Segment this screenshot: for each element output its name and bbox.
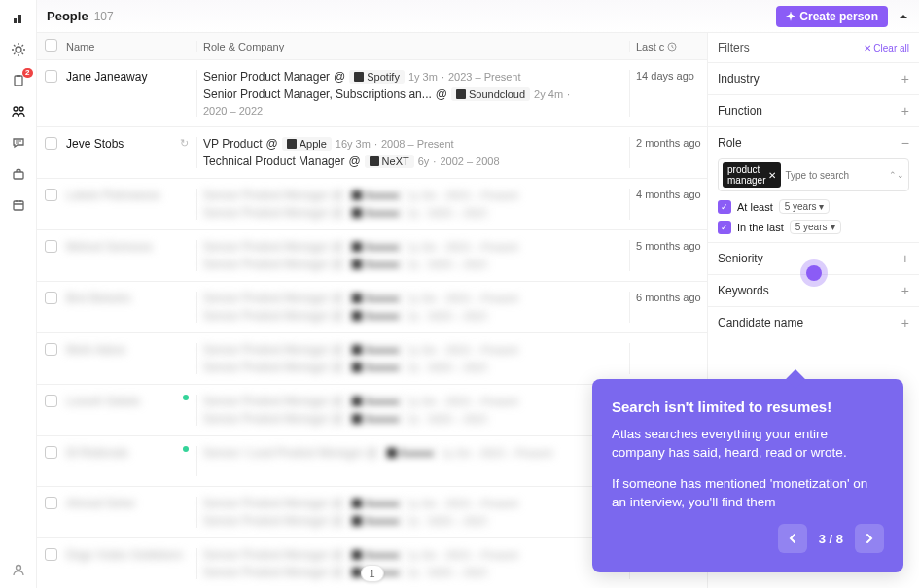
clipboard-icon[interactable]: 2 bbox=[10, 72, 27, 89]
at-symbol: @ bbox=[334, 70, 345, 84]
at-least-select[interactable]: 5 years ▾ bbox=[779, 199, 831, 214]
last-contact: 5 months ago bbox=[629, 240, 707, 271]
role-tag-text: product manager bbox=[727, 164, 765, 186]
at-least-value: 5 years bbox=[785, 201, 817, 212]
company-logo-icon bbox=[352, 414, 362, 424]
company-chip[interactable]: NeXT bbox=[365, 155, 414, 168]
chevron-updown-icon: ⌃⌄ bbox=[889, 170, 904, 180]
svg-point-2 bbox=[16, 47, 21, 52]
svg-rect-1 bbox=[18, 15, 21, 23]
company-chip[interactable]: Xxxxxx bbox=[347, 292, 404, 305]
remove-tag-icon[interactable]: ✕ bbox=[768, 170, 776, 181]
filter-industry[interactable]: Industry + bbox=[708, 62, 919, 94]
company-logo-icon bbox=[352, 345, 362, 355]
filter-function[interactable]: Function + bbox=[708, 94, 919, 126]
tour-beacon[interactable] bbox=[806, 265, 822, 281]
sun-icon[interactable] bbox=[10, 41, 27, 58]
collapse-icon[interactable] bbox=[898, 11, 909, 22]
filter-role-label: Role bbox=[718, 136, 742, 150]
col-header-last[interactable]: Last c bbox=[629, 41, 707, 52]
page-title: People bbox=[47, 9, 88, 23]
person-name: Lxbxlx Pixtnxwxxx bbox=[66, 189, 160, 202]
chat-icon[interactable] bbox=[10, 134, 27, 152]
person-name: Lxxxxh Sxbxlx bbox=[66, 395, 140, 408]
row-checkbox[interactable] bbox=[45, 343, 57, 356]
col-last-label: Last c bbox=[636, 41, 664, 52]
company-chip[interactable]: Xxxxxx bbox=[347, 514, 404, 528]
page-current[interactable]: 1 bbox=[360, 565, 383, 582]
status-dot-icon bbox=[183, 446, 189, 452]
company-chip[interactable]: Xxxxxx bbox=[382, 446, 439, 460]
in-last-select[interactable]: 5 years ▾ bbox=[790, 220, 841, 234]
table-row[interactable]: Mxhxxl Sxmxxxx Sxnxxr Prxdxxt Mxnxgxr @ … bbox=[37, 230, 707, 282]
table-row[interactable]: Jane Janeaway Senior Product Manager @ S… bbox=[37, 60, 707, 127]
company-chip[interactable]: Xxxxxx bbox=[347, 548, 404, 562]
company-logo-icon bbox=[352, 259, 362, 269]
row-checkbox[interactable] bbox=[45, 292, 57, 304]
clear-all-label: Clear all bbox=[873, 43, 909, 53]
at-least-option: ✓ At least 5 years ▾ bbox=[718, 199, 909, 214]
company-chip[interactable]: Xxxxxx bbox=[347, 189, 404, 202]
person-name: Mxhxxl Sxmxxxx bbox=[66, 240, 153, 254]
pagination: 1 bbox=[360, 565, 383, 582]
checkbox-checked-icon[interactable]: ✓ bbox=[718, 200, 731, 214]
briefcase-icon[interactable] bbox=[10, 165, 27, 183]
company-logo-icon bbox=[352, 363, 362, 372]
position-tenure: 1y 3m bbox=[408, 71, 438, 83]
company-chip[interactable]: Spotify bbox=[349, 70, 405, 84]
company-chip[interactable]: Xxxxxx bbox=[347, 361, 404, 374]
row-checkbox[interactable] bbox=[45, 240, 57, 253]
tour-next-button[interactable] bbox=[855, 524, 884, 553]
svg-rect-3 bbox=[15, 76, 22, 86]
row-checkbox[interactable] bbox=[45, 548, 57, 561]
chevron-down-icon: ▾ bbox=[831, 222, 835, 232]
company-chip[interactable]: Xxxxxx bbox=[347, 343, 404, 357]
table-row[interactable]: Jeve Stobs↻ VP Product @ Apple 16y 3m · … bbox=[37, 127, 707, 179]
svg-point-5 bbox=[14, 107, 18, 111]
company-chip[interactable]: Xxxxxx bbox=[347, 395, 404, 408]
company-chip[interactable]: Xxxxxx bbox=[347, 497, 404, 510]
company-logo-icon bbox=[352, 499, 362, 508]
dot-separator: · bbox=[442, 71, 444, 83]
clear-all-button[interactable]: ✕ Clear all bbox=[864, 43, 909, 53]
company-chip[interactable]: Xxxxxx bbox=[347, 240, 404, 254]
col-header-name[interactable]: Name bbox=[60, 41, 196, 52]
nav-sidebar: 2 bbox=[0, 0, 37, 588]
people-icon[interactable] bbox=[10, 103, 27, 121]
row-checkbox[interactable] bbox=[45, 497, 57, 509]
row-checkbox[interactable] bbox=[45, 70, 57, 83]
role-tag-input[interactable]: product manager ✕ ⌃⌄ bbox=[718, 158, 909, 191]
checkbox-checked-icon[interactable]: ✓ bbox=[718, 221, 731, 234]
position-line: VP Product @ Apple 16y 3m · 2008 – Prese… bbox=[203, 137, 629, 151]
row-checkbox[interactable] bbox=[45, 395, 57, 407]
row-checkbox[interactable] bbox=[45, 189, 57, 201]
row-checkbox[interactable] bbox=[45, 446, 57, 459]
position-line: Technical Product Manager @ NeXT 6y · 20… bbox=[203, 155, 629, 168]
row-checkbox[interactable] bbox=[45, 137, 57, 150]
company-logo-icon bbox=[352, 208, 362, 218]
filter-role-header[interactable]: Role − bbox=[718, 135, 909, 151]
company-chip[interactable]: Soundcloud bbox=[451, 87, 530, 101]
select-all-checkbox[interactable] bbox=[45, 39, 57, 52]
company-logo-icon bbox=[352, 242, 362, 252]
position-tenure: 6y bbox=[418, 156, 430, 167]
refresh-icon[interactable]: ↻ bbox=[180, 137, 189, 150]
filter-candidate-name[interactable]: Candidate name + bbox=[708, 306, 919, 338]
company-chip[interactable]: Xxxxxx bbox=[347, 309, 404, 323]
table-row[interactable]: Lxbxlx Pixtnxwxxx Sxnxxr Prxdxxt Mxnxgxr… bbox=[37, 179, 707, 230]
table-row[interactable]: Mxrk Adxxx Sxnxxr Prxdxxt Mxnxgxr @ Xxxx… bbox=[37, 333, 707, 385]
position-range: 2008 – Present bbox=[381, 138, 454, 150]
tour-prev-button[interactable] bbox=[778, 524, 807, 553]
company-logo-icon bbox=[354, 72, 364, 82]
company-chip[interactable]: Apple bbox=[282, 137, 332, 151]
table-row[interactable]: Brxt Bxlxxtrx Sxnxxr Prxdxxt Mxnxgxr @ X… bbox=[37, 282, 707, 333]
calendar-icon[interactable] bbox=[10, 196, 27, 214]
company-chip[interactable]: Xxxxxx bbox=[347, 258, 404, 271]
create-person-button[interactable]: ✦ Create person bbox=[776, 6, 888, 27]
company-chip[interactable]: Xxxxxx bbox=[347, 206, 404, 220]
logo-icon[interactable] bbox=[10, 10, 27, 27]
company-chip[interactable]: Xxxxxx bbox=[347, 412, 404, 426]
col-header-role[interactable]: Role & Company bbox=[196, 41, 629, 52]
user-avatar-icon[interactable] bbox=[10, 561, 27, 578]
role-tag: product manager ✕ bbox=[723, 162, 781, 188]
